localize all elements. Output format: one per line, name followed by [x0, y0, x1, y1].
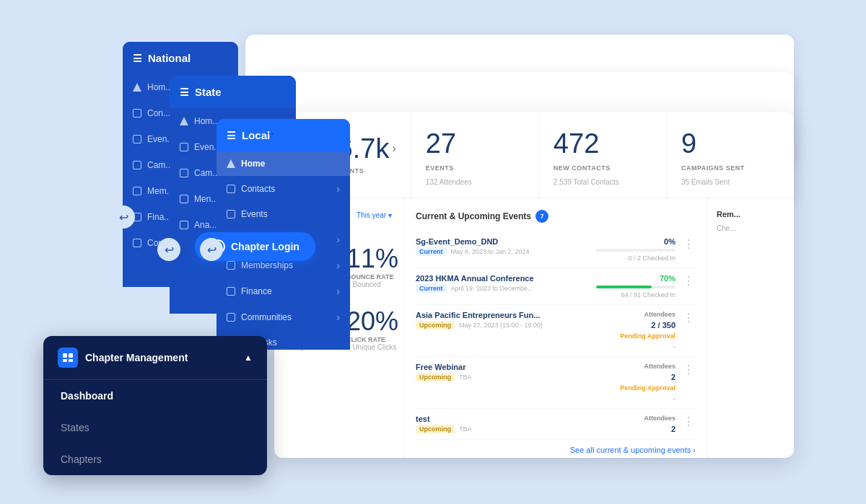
click-rate-stat: 20% CLICK RATE 7 Unique Clicks	[346, 309, 398, 351]
stat-contacts: 472 NEW CONTACTS 2,539 Total Contacts	[539, 112, 667, 198]
reminders-section: Rem... Che...	[707, 198, 794, 458]
svg-rect-2	[63, 359, 67, 362]
svg-rect-1	[69, 353, 73, 358]
events-count-badge: 7	[535, 210, 548, 223]
event-row: 2023 HKMA Annual Conference Current Apri…	[416, 268, 696, 305]
chapter-mgmt-states[interactable]: States	[43, 412, 267, 443]
circle-arrow-2[interactable]: ↩	[157, 238, 180, 261]
stat-events: 27 EVENTS 132 Attendees	[411, 112, 539, 198]
svg-rect-0	[63, 353, 67, 358]
circle-arrow-1[interactable]: ↩	[112, 205, 135, 229]
event-row: Free Webinar Upcoming TBA Attendees 2 Pe…	[416, 357, 696, 409]
chapter-mgmt-icon	[58, 348, 78, 368]
chapter-mgmt-chapters[interactable]: Chapters	[43, 443, 267, 475]
event-menu-btn[interactable]: ⋮	[681, 237, 696, 251]
arrow-national-to-state: →	[170, 47, 183, 62]
chapter-mgmt-collapse[interactable]: ▲	[244, 353, 253, 363]
event-menu-btn[interactable]: ⋮	[681, 311, 696, 324]
chapter-management-panel: Chapter Management ▲ Dashboard States Ch…	[43, 336, 267, 475]
sidebar-local-header: ☰ Local	[216, 119, 350, 151]
bounce-rate-stat: 11% BOUNCE RATE 4 Bounced	[346, 246, 398, 288]
circle-arrow-3[interactable]: ↩	[200, 238, 223, 261]
sidebar-local-communities[interactable]: Communities	[216, 304, 350, 330]
campaign-filter[interactable]: This year ▾	[357, 211, 392, 219]
event-menu-btn[interactable]: ⋮	[681, 274, 696, 288]
events-header: Current & Upcoming Events 7	[416, 210, 696, 223]
stats-row: approx. S$16.7k › VALUE OF PAYMENTS 27 E…	[274, 112, 794, 198]
sidebar-local-finance[interactable]: Finance	[216, 278, 350, 304]
sidebar-state-header: ☰ State	[170, 76, 296, 108]
event-row: Sg-Event_Demo_DND Current May 6, 2023 to…	[416, 231, 696, 268]
sidebar-local-events[interactable]: Events	[216, 202, 350, 226]
event-menu-btn[interactable]: ⋮	[681, 415, 696, 428]
main-dashboard-card: approx. S$16.7k › VALUE OF PAYMENTS 27 E…	[274, 112, 794, 458]
event-menu-btn[interactable]: ⋮	[681, 363, 696, 376]
sidebar-local-home[interactable]: Home	[216, 151, 350, 176]
menu-icon: ☰	[133, 53, 142, 64]
sidebar-local-contacts[interactable]: Contacts	[216, 176, 350, 202]
chapter-mgmt-dashboard[interactable]: Dashboard	[43, 380, 267, 412]
menu-icon: ☰	[227, 130, 236, 141]
see-all-events-link[interactable]: See all current & upcoming events ›	[416, 446, 696, 454]
menu-icon: ☰	[180, 87, 189, 98]
svg-rect-3	[69, 359, 73, 362]
stat-campaigns: 9 CAMPAIGNS SENT 35 Emails Sent	[667, 112, 794, 198]
chapter-mgmt-header: Chapter Management ▲	[43, 336, 267, 380]
arrow-state-to-local: →	[216, 81, 229, 96]
events-section: Current & Upcoming Events 7 Sg-Event_Dem…	[404, 198, 707, 458]
arrow-local-to-main: →	[263, 126, 276, 141]
event-row: test Upcoming TBA Attendees 2 ⋮	[416, 409, 696, 440]
content-area: Campaign This year ▾ Summary 35 EMAILS S…	[274, 198, 794, 458]
event-row: Asia Pacific Entrepreneurs Fun... Upcomi…	[416, 305, 696, 357]
